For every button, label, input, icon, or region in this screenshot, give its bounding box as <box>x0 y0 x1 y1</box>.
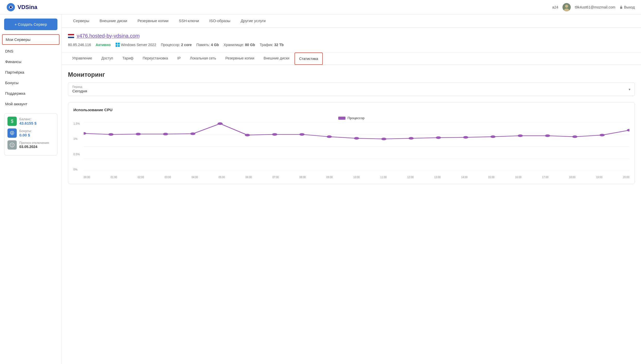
svg-rect-9 <box>68 34 74 35</box>
create-server-button[interactable]: + Создать Сервер <box>4 19 57 30</box>
svg-rect-10 <box>68 35 74 37</box>
server-hostname[interactable]: v476.hosted-by-vdsina.com <box>77 33 140 39</box>
server-tab-local-net[interactable]: Локальная сеть <box>186 53 220 65</box>
server-tab-tariff[interactable]: Тариф <box>118 53 137 65</box>
sidebar-item-account[interactable]: Мой аккаунт <box>0 99 62 109</box>
data-point <box>409 137 414 140</box>
flag-icon <box>68 34 74 38</box>
data-point <box>218 122 223 125</box>
data-point <box>190 133 195 135</box>
forecast-row: ! Прогноз отключения: 03.05.2024 <box>7 140 54 150</box>
data-point <box>299 133 305 136</box>
server-storage: 80 Gb <box>245 43 255 47</box>
data-point <box>354 137 359 140</box>
tab-iso-images[interactable]: ISO-образы <box>204 14 236 28</box>
tab-servers[interactable]: Серверы <box>68 14 94 28</box>
period-select[interactable]: Период Сегодня ▾ <box>68 82 635 96</box>
tab-backups[interactable]: Резервные копии <box>132 14 174 28</box>
bonuses-label: Бонусы: <box>19 129 32 133</box>
logo-text: VDSina <box>18 4 37 11</box>
sidebar-item-partner[interactable]: Партнёрка <box>0 67 62 77</box>
main-content: Серверы Внешние диски Резервные копии SS… <box>62 14 641 364</box>
sidebar-item-support[interactable]: Поддержка <box>0 88 62 99</box>
svg-rect-15 <box>118 45 120 47</box>
header: VDSina a24 t9k4ust61@mozmail.com Выход <box>0 0 641 14</box>
data-point <box>381 138 386 140</box>
svg-point-1 <box>10 6 12 8</box>
svg-rect-12 <box>116 43 117 45</box>
monitoring-title: Мониторинг <box>68 71 635 78</box>
sidebar-item-finances[interactable]: Финансы <box>0 56 62 67</box>
balance-value: 43.6155 $ <box>19 121 37 125</box>
balance-card: $ Баланс: 43.6155 $ Бонусы: 0.00 $ ! <box>4 113 57 155</box>
cpu-chart-card: Использование CPU Процессор 1.5% 1% 0.5%… <box>68 102 635 184</box>
svg-point-3 <box>565 5 568 8</box>
server-traffic: 32 Tb <box>274 43 284 47</box>
bonuses-value: 0.00 $ <box>19 133 32 137</box>
layout: + Создать Сервер Мои Серверы DNS Финансы… <box>0 14 641 364</box>
server-cpu: 2 core <box>181 43 192 47</box>
server-tab-stats[interactable]: Статистика <box>294 53 323 65</box>
forecast-icon: ! <box>7 140 17 150</box>
data-point <box>272 133 277 136</box>
data-point <box>600 134 605 136</box>
balance-icon: $ <box>7 117 17 126</box>
data-point <box>518 134 523 137</box>
server-tab-ip[interactable]: IP <box>173 53 185 65</box>
sidebar: + Создать Сервер Мои Серверы DNS Финансы… <box>0 14 62 364</box>
monitoring-section: Мониторинг Период Сегодня ▾ Использовани… <box>62 65 641 190</box>
lock-icon <box>619 5 623 9</box>
svg-rect-14 <box>116 45 117 47</box>
server-section: v476.hosted-by-vdsina.com 80.85.246.116 … <box>62 28 641 53</box>
data-point <box>108 133 114 136</box>
logo: VDSina <box>6 3 37 12</box>
chevron-down-icon: ▾ <box>629 87 630 91</box>
avatar <box>562 3 571 11</box>
period-value: Сегодня <box>72 89 630 93</box>
server-tab-ext-disks[interactable]: Внешние диски <box>259 53 293 65</box>
svg-rect-5 <box>620 7 622 9</box>
data-point <box>572 135 577 138</box>
svg-point-6 <box>11 132 13 134</box>
data-point <box>245 134 250 136</box>
tab-ssh-keys[interactable]: SSH-ключи <box>174 14 204 28</box>
balance-row: $ Баланс: 43.6155 $ <box>7 117 54 126</box>
legend-color-swatch <box>338 117 345 120</box>
chart-legend: Процессор <box>73 116 629 120</box>
legend-label: Процессор <box>348 116 365 120</box>
bonuses-row: Бонусы: 0.00 $ <box>7 128 54 138</box>
period-label: Период <box>72 85 630 88</box>
sidebar-nav: Мои Серверы DNS Финансы Партнёрка Бонусы… <box>0 34 62 109</box>
chart-title: Использование CPU <box>73 108 629 112</box>
svg-rect-13 <box>118 43 120 45</box>
server-tab-access[interactable]: Доступ <box>97 53 117 65</box>
username: a24 <box>552 5 558 9</box>
windows-icon <box>115 42 120 47</box>
cpu-chart: 1.5% 1% 0.5% 0% <box>73 122 629 179</box>
os-info: Windows Server 2022 <box>115 42 156 47</box>
data-point <box>327 135 332 138</box>
logout-label: Выход <box>624 5 635 9</box>
server-tabs: Управление Доступ Тариф Переустановка IP… <box>62 53 641 65</box>
header-right: a24 t9k4ust61@mozmail.com Выход <box>552 3 635 11</box>
data-point <box>627 129 629 132</box>
server-tab-reinstall[interactable]: Переустановка <box>138 53 172 65</box>
svg-rect-11 <box>68 37 74 38</box>
server-title: v476.hosted-by-vdsina.com <box>68 33 635 39</box>
bonuses-icon <box>7 128 17 138</box>
server-status: Активно <box>96 43 111 47</box>
data-point <box>463 136 468 139</box>
x-axis-labels: 00:00 01:00 02:00 03:00 04:00 05:00 06:0… <box>84 176 629 179</box>
sidebar-item-dns[interactable]: DNS <box>0 46 62 56</box>
forecast-date: 03.05.2024 <box>19 145 49 149</box>
server-tab-manage[interactable]: Управление <box>68 53 96 65</box>
data-point <box>490 135 496 138</box>
tab-other-services[interactable]: Другие услуги <box>236 14 271 28</box>
data-point <box>436 136 441 139</box>
tab-external-disks[interactable]: Внешние диски <box>94 14 132 28</box>
sidebar-item-bonuses[interactable]: Бонусы <box>0 77 62 88</box>
logout-button[interactable]: Выход <box>619 5 635 9</box>
sidebar-item-my-servers[interactable]: Мои Серверы <box>2 34 59 45</box>
logo-icon <box>6 3 15 12</box>
server-tab-backups[interactable]: Резервные копии <box>221 53 258 65</box>
